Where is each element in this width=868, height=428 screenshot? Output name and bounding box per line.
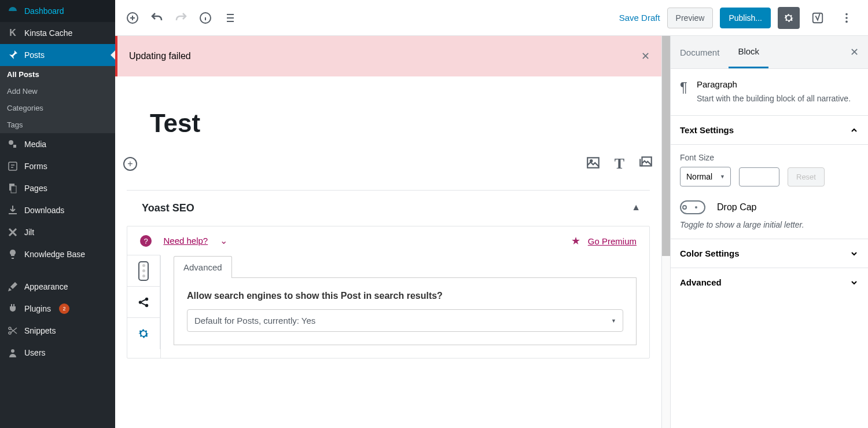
post-title[interactable]: Test [115,76,661,155]
yoast-icon[interactable] [807,7,829,29]
svg-point-17 [145,297,149,301]
undo-icon[interactable] [150,11,164,25]
editor-content: Updating failed ✕ Test + T Yoast SEO ▲ [115,36,661,428]
info-icon[interactable] [198,11,212,25]
paragraph-icon: ¶ [680,79,687,105]
tab-document[interactable]: Document [671,37,729,68]
yoast-content-tab[interactable]: Advanced [174,256,232,278]
user-icon [7,347,19,359]
svg-point-11 [845,17,848,19]
more-icon[interactable] [836,7,858,29]
redo-icon[interactable] [174,11,188,25]
gallery-block-icon[interactable] [638,155,653,173]
search-engines-label: Allow search engines to show this Post i… [187,291,623,301]
plugin-icon [7,303,19,314]
yoast-tab-advanced[interactable] [127,317,160,349]
forms-icon [7,160,19,172]
sidebar-item-downloads[interactable]: Downloads [0,199,115,221]
font-size-input[interactable] [739,167,779,186]
drop-cap-toggle[interactable] [680,200,705,214]
tab-block[interactable]: Block [729,36,768,68]
sidebar-item-appearance[interactable]: Appearance [0,276,115,298]
svg-rect-9 [813,13,823,23]
reset-button[interactable]: Reset [788,167,825,186]
add-block-icon[interactable] [126,11,139,25]
outline-icon[interactable] [223,11,237,25]
text-settings-toggle[interactable]: Text Settings [671,116,868,145]
pin-icon [7,49,19,61]
yoast-panel-header[interactable]: Yoast SEO ▲ [127,191,650,226]
sidebar-label: Plugins [24,304,51,313]
chevron-up-icon [849,126,859,135]
scissors-icon [7,325,19,336]
sidebar-item-kinsta[interactable]: K Kinsta Cache [0,22,115,44]
preview-button[interactable]: Preview [667,8,713,28]
insert-block-icon[interactable]: + [123,157,137,171]
sidebar-item-media[interactable]: Media [0,133,115,155]
drop-cap-label: Drop Cap [717,202,756,213]
settings-panel: Document Block ✕ ¶ Paragraph Start with … [670,36,868,428]
plugins-update-badge: 2 [59,303,69,314]
svg-point-12 [845,20,848,23]
close-panel-icon[interactable]: ✕ [841,46,868,58]
settings-icon[interactable] [778,7,800,29]
sidebar-item-users[interactable]: Users [0,342,115,364]
yoast-tab-readability[interactable] [127,255,160,287]
chevron-up-icon: ▲ [631,202,641,214]
media-icon [7,138,19,150]
sidebar-label: Appearance [24,282,68,291]
go-premium-link[interactable]: Go Premium [588,236,637,246]
scrollbar[interactable] [661,36,670,428]
sidebar-item-forms[interactable]: Forms [0,155,115,177]
image-block-icon[interactable] [586,155,601,173]
sidebar-item-jilt[interactable]: Jilt [0,221,115,243]
jilt-icon [7,226,19,238]
brush-icon [7,281,19,292]
notice-message: Updating failed [129,51,191,61]
svg-point-5 [9,332,11,334]
sidebar-label: Media [24,140,46,149]
sidebar-label: Users [24,348,46,357]
need-help-link[interactable]: Need help? [163,236,208,246]
svg-point-4 [9,327,11,330]
sidebar-item-posts[interactable]: Posts [0,44,115,66]
font-size-select[interactable]: Normal [680,167,731,186]
gear-icon [137,327,150,341]
svg-point-6 [11,349,14,353]
svg-point-14 [590,160,592,162]
editor-toolbar: Save Draft Preview Publish... [115,0,868,36]
block-inserter-row: + T [115,155,661,190]
color-settings-toggle[interactable]: Color Settings [671,239,868,268]
advanced-toggle[interactable]: Advanced [671,268,868,297]
traffic-light-icon [138,261,149,281]
yoast-tab-social[interactable] [127,286,160,318]
block-description: Start with the building block of all nar… [697,93,851,105]
error-notice: Updating failed ✕ [115,36,661,76]
notice-close-icon[interactable]: ✕ [641,50,650,63]
sidebar-label: Pages [24,184,47,193]
sidebar-item-kb[interactable]: Knowledge Base [0,243,115,265]
sidebar-sub-tags[interactable]: Tags [0,116,115,133]
save-draft-button[interactable]: Save Draft [619,13,660,23]
font-size-label: Font Size [680,153,859,162]
sidebar-submenu-posts: All Posts Add New Categories Tags [0,66,115,133]
sidebar-sub-categories[interactable]: Categories [0,100,115,116]
search-engines-select[interactable]: Default for Posts, currently: Yes [187,309,623,332]
yoast-title: Yoast SEO [142,202,194,214]
bulb-icon [7,248,19,260]
sidebar-item-plugins[interactable]: Plugins 2 [0,298,115,320]
help-icon: ? [140,235,152,247]
share-icon [137,296,150,309]
sidebar-label: Kinsta Cache [24,28,72,38]
publish-button[interactable]: Publish... [720,8,771,28]
sidebar-item-dashboard[interactable]: Dashboard [0,0,115,22]
svg-point-18 [145,303,149,307]
pages-icon [7,182,19,194]
sidebar-item-snippets[interactable]: Snippets [0,320,115,342]
chevron-down-icon [849,249,859,258]
sidebar-label: Knowledge Base [24,250,85,259]
sidebar-item-pages[interactable]: Pages [0,177,115,199]
sidebar-sub-add-new[interactable]: Add New [0,83,115,100]
sidebar-sub-all-posts[interactable]: All Posts [0,66,115,83]
heading-block-icon[interactable]: T [615,155,624,173]
